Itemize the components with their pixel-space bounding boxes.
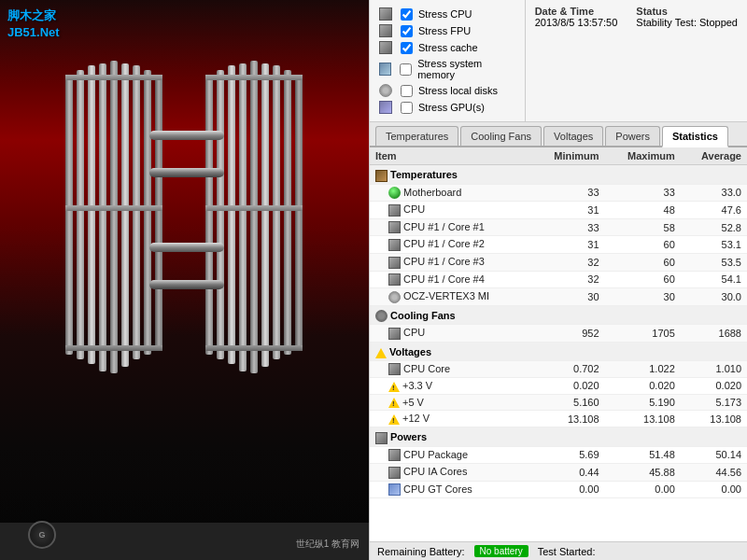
datetime-value: 2013/8/5 13:57:50 bbox=[535, 17, 618, 28]
table-row: CPU #1 / Core #2 31 60 53.1 bbox=[370, 236, 747, 254]
avg-cell: 44.56 bbox=[681, 464, 747, 482]
section-header-temperatures: Temperatures bbox=[370, 165, 747, 185]
stress-cpu-label: Stress CPU bbox=[418, 8, 472, 20]
table-row: OCZ-VERTEX3 MI 30 30 30.0 bbox=[370, 288, 747, 306]
max-cell: 0.00 bbox=[605, 481, 681, 498]
max-cell: 30 bbox=[605, 288, 681, 306]
max-cell: 58 bbox=[605, 218, 681, 236]
item-cell: CPU GT Cores bbox=[370, 481, 532, 498]
tab-powers[interactable]: Powers bbox=[605, 126, 660, 146]
gpu-icon bbox=[379, 101, 392, 114]
max-cell: 45.88 bbox=[605, 464, 681, 482]
stress-disks-checkbox[interactable] bbox=[401, 85, 413, 97]
stress-cpu-checkbox[interactable] bbox=[401, 8, 413, 21]
tabs-bar: Temperatures Cooling Fans Voltages Power… bbox=[370, 122, 747, 147]
item-cell: CPU #1 / Core #4 bbox=[370, 271, 532, 288]
item-cell: CPU Core bbox=[370, 360, 532, 378]
tab-statistics[interactable]: Statistics bbox=[662, 126, 728, 147]
avg-cell: 0.020 bbox=[681, 378, 747, 395]
table-row: CPU #1 / Core #3 32 60 53.5 bbox=[370, 253, 747, 271]
stress-options: Stress CPU Stress FPU Stress cache Stres… bbox=[370, 0, 526, 121]
col-maximum: Maximum bbox=[605, 147, 681, 165]
table-row: CPU Package 5.69 51.48 50.14 bbox=[370, 446, 747, 464]
table-row: CPU IA Cores 0.44 45.88 44.56 bbox=[370, 464, 747, 482]
stress-memory-checkbox[interactable] bbox=[400, 63, 412, 76]
min-cell: 31 bbox=[532, 236, 605, 254]
col-minimum: Minimum bbox=[532, 147, 605, 165]
min-cell: 13.108 bbox=[532, 411, 605, 427]
min-cell: 5.69 bbox=[532, 446, 605, 464]
watermark-top: 脚木之家 JB51.Net bbox=[7, 7, 60, 41]
remaining-battery-label: Remaining Battery: bbox=[377, 546, 465, 557]
avg-cell: 53.1 bbox=[681, 236, 747, 254]
stress-cache-label: Stress cache bbox=[418, 42, 478, 53]
watermark-bottom: 世纪纵1 教育网 bbox=[296, 538, 359, 551]
avg-cell: 0.00 bbox=[681, 481, 747, 498]
item-cell: !+3.3 V bbox=[370, 378, 532, 395]
stress-disks-row: Stress local disks bbox=[379, 82, 515, 99]
min-cell: 32 bbox=[532, 271, 605, 288]
table-row: !+5 V 5.160 5.190 5.173 bbox=[370, 394, 747, 411]
max-cell: 13.108 bbox=[605, 411, 681, 427]
tab-voltages[interactable]: Voltages bbox=[543, 126, 603, 146]
avg-cell: 47.6 bbox=[681, 202, 747, 219]
min-cell: 5.160 bbox=[532, 394, 605, 411]
datetime-header: Date & Time bbox=[535, 6, 618, 17]
table-row: Motherboard 33 33 33.0 bbox=[370, 184, 747, 202]
status-value: Stability Test: Stopped bbox=[636, 17, 738, 28]
section-header-cooling-fans: Cooling Fans bbox=[370, 305, 747, 325]
avg-cell: 53.5 bbox=[681, 253, 747, 271]
min-cell: 30 bbox=[532, 288, 605, 306]
max-cell: 51.48 bbox=[605, 446, 681, 464]
item-cell: CPU Package bbox=[370, 446, 532, 464]
table-row: CPU GT Cores 0.00 0.00 0.00 bbox=[370, 481, 747, 498]
avg-cell: 54.1 bbox=[681, 271, 747, 288]
item-cell: CPU IA Cores bbox=[370, 464, 532, 482]
tab-temperatures[interactable]: Temperatures bbox=[375, 126, 458, 146]
avg-cell: 33.0 bbox=[681, 184, 747, 202]
right-panel: Stress CPU Stress FPU Stress cache Stres… bbox=[369, 0, 747, 560]
item-cell: OCZ-VERTEX3 MI bbox=[370, 288, 532, 306]
status-bar: Remaining Battery: No battery Test Start… bbox=[370, 541, 747, 560]
max-cell: 1.022 bbox=[605, 360, 681, 378]
stress-gpu-label: Stress GPU(s) bbox=[418, 102, 485, 113]
table-row: CPU #1 / Core #4 32 60 54.1 bbox=[370, 271, 747, 288]
min-cell: 33 bbox=[532, 184, 605, 202]
avg-cell: 1.010 bbox=[681, 360, 747, 378]
stress-fpu-label: Stress FPU bbox=[418, 25, 471, 36]
min-cell: 0.44 bbox=[532, 464, 605, 482]
stress-gpu-row: Stress GPU(s) bbox=[379, 99, 515, 116]
status-header: Status bbox=[636, 6, 738, 17]
table-row: !+12 V 13.108 13.108 13.108 bbox=[370, 411, 747, 427]
item-cell: CPU #1 / Core #3 bbox=[370, 253, 532, 271]
stress-cpu-row: Stress CPU bbox=[379, 6, 515, 22]
table-row: CPU Core 0.702 1.022 1.010 bbox=[370, 360, 747, 378]
min-cell: 32 bbox=[532, 253, 605, 271]
stress-cache-checkbox[interactable] bbox=[401, 42, 413, 54]
max-cell: 33 bbox=[605, 184, 681, 202]
section-header-voltages: Voltages bbox=[370, 342, 747, 360]
statistics-table: Item Minimum Maximum Average Temperature… bbox=[370, 147, 747, 498]
test-started-label: Test Started: bbox=[538, 546, 596, 557]
item-cell: CPU bbox=[370, 325, 532, 343]
max-cell: 5.190 bbox=[605, 394, 681, 411]
avg-cell: 1688 bbox=[681, 325, 747, 343]
datetime-status-section: Date & Time 2013/8/5 13:57:50 Status Sta… bbox=[526, 0, 747, 121]
cache-icon bbox=[379, 41, 392, 54]
col-item: Item bbox=[370, 147, 532, 165]
min-cell: 0.020 bbox=[532, 378, 605, 395]
avg-cell: 5.173 bbox=[681, 394, 747, 411]
min-cell: 33 bbox=[532, 218, 605, 236]
hardware-photo-panel: G 脚木之家 JB51.Net 世纪纵1 教育网 bbox=[0, 0, 369, 560]
stress-disks-label: Stress local disks bbox=[418, 85, 498, 96]
max-cell: 1705 bbox=[605, 325, 681, 343]
table-row: CPU 31 48 47.6 bbox=[370, 202, 747, 219]
item-cell: CPU #1 / Core #1 bbox=[370, 218, 532, 236]
stress-fpu-checkbox[interactable] bbox=[401, 25, 413, 37]
item-cell: CPU bbox=[370, 202, 532, 219]
min-cell: 0.702 bbox=[532, 360, 605, 378]
disks-icon bbox=[379, 84, 392, 97]
statistics-table-section: Item Minimum Maximum Average Temperature… bbox=[370, 147, 747, 541]
tab-cooling-fans[interactable]: Cooling Fans bbox=[460, 126, 542, 146]
stress-gpu-checkbox[interactable] bbox=[401, 102, 413, 114]
